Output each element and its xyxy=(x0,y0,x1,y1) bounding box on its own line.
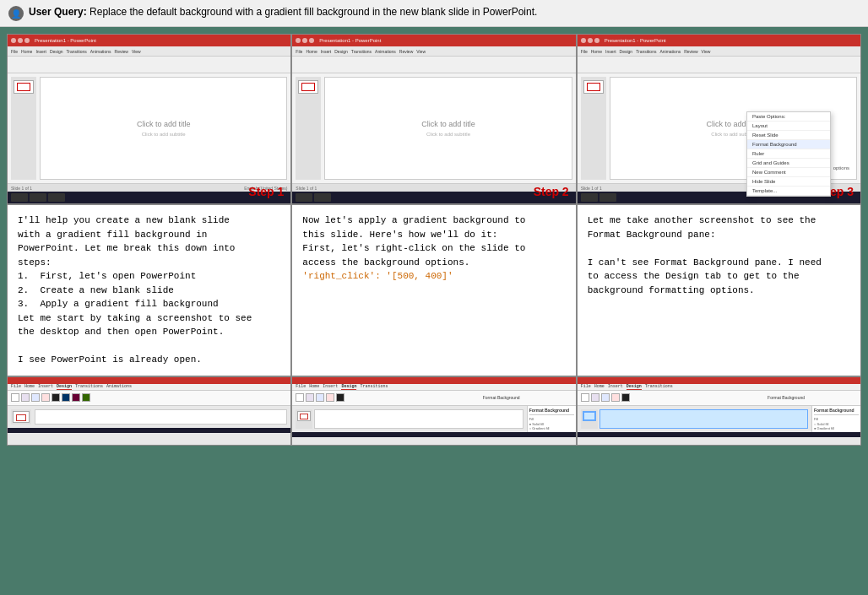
ppt-window-1: Presentation1 - PowerPoint File Home Ins… xyxy=(8,35,290,203)
ppt-body-3: Click to add title Click to add subtitle… xyxy=(578,73,860,183)
step2-label: Step 2 xyxy=(534,185,569,198)
ribbon-1 xyxy=(8,57,290,73)
step4-slidepanel xyxy=(11,409,31,425)
format-bg-pane-5: Format Background Fill ● Solid fill ○ Gr… xyxy=(527,406,576,432)
slide-thumb-inner-2 xyxy=(301,83,315,91)
format-bg-pane-6: Format Background Fill ○ Solid fill ● Gr… xyxy=(811,406,860,432)
slide-subtitle-1: Click to add subtitle xyxy=(142,132,186,137)
ctx-grid: Grid and Guides xyxy=(747,159,830,168)
main-slide-3: Click to add title Click to add subtitle… xyxy=(610,77,857,180)
step6-screenshot: File Home Insert Design Transitions Form… xyxy=(578,377,860,445)
format-bg-label-6: Format Background xyxy=(768,395,805,400)
step4-body xyxy=(8,406,290,428)
ribbon-bar-3: File Home Insert Design Transitions Anim… xyxy=(578,46,860,57)
step3-screenshot-cell: Presentation1 - PowerPoint File Home Ins… xyxy=(577,34,861,204)
step1-description: I'll help you create a new blank slide w… xyxy=(18,214,280,367)
step4-cell: File Home Insert Design Transitions Anim… xyxy=(7,376,291,446)
query-content: Replace the default background with a gr… xyxy=(90,6,537,18)
user-query-bar: 👤 User Query: Replace the default backgr… xyxy=(0,0,868,27)
max-dot-2 xyxy=(309,38,314,43)
ctx-layout: Layout xyxy=(747,122,830,131)
user-icon: 👤 xyxy=(8,6,24,21)
slide-title-1: Click to add title xyxy=(137,120,191,128)
step1-screenshot: Presentation1 - PowerPoint File Home Ins… xyxy=(8,35,290,203)
slide-subtitle-2: Click to add subtitle xyxy=(426,132,470,137)
ctx-template: Template... xyxy=(747,187,830,196)
ctx-format-bg: Format Background xyxy=(747,140,830,149)
max-dot-3 xyxy=(594,38,599,43)
ribbon-bar-1: File Home Insert Design Transitions Anim… xyxy=(8,46,290,57)
main-slide-2: Click to add title Click to add subtitle xyxy=(324,77,572,180)
slide-panel-2 xyxy=(296,77,321,180)
slide-thumb-inner-1 xyxy=(17,83,30,91)
step5-titlebar xyxy=(292,377,575,384)
step6-body: Format Background Fill ○ Solid fill ● Gr… xyxy=(578,406,860,432)
step5-cell: File Home Insert Design Transitions Form… xyxy=(291,376,576,446)
step6-ribbontabs: File Home Insert Design Transitions xyxy=(578,384,860,391)
step5-themes: Format Background xyxy=(292,391,575,406)
step3-screenshot: Presentation1 - PowerPoint File Home Ins… xyxy=(578,35,860,203)
slide-thumb-3 xyxy=(583,80,604,94)
slide-thumb-inner-3 xyxy=(587,83,600,91)
main-content: Presentation1 - PowerPoint File Home Ins… xyxy=(0,27,868,452)
step2-screenshot: Presentation1 - PowerPoint File Home Ins… xyxy=(292,35,575,203)
titlebar-text-1: Presentation1 - PowerPoint xyxy=(35,38,96,43)
step6-taskbar xyxy=(578,432,860,437)
slide-thumb-2 xyxy=(298,80,318,94)
step4-ribbontabs: File Home Insert Design Transitions Anim… xyxy=(8,384,290,391)
close-dot xyxy=(11,38,16,43)
options-label: options xyxy=(833,165,849,170)
context-menu: Paste Options: Layout Reset Slide Format… xyxy=(746,111,831,197)
step2-desc-cell: Now let's apply a gradient background to… xyxy=(291,204,576,376)
step5-ribbontabs: File Home Insert Design Transitions xyxy=(292,384,575,391)
step5-screenshot: File Home Insert Design Transitions Form… xyxy=(292,377,575,445)
min-dot-2 xyxy=(302,38,307,43)
min-dot xyxy=(18,38,23,43)
step4-themes xyxy=(8,391,290,406)
selected-slide-thumb xyxy=(583,411,596,421)
query-label: User Query: xyxy=(29,6,87,18)
step3-description: Let me take another screenshot to see th… xyxy=(588,214,850,297)
ctx-paste-options: Paste Options: xyxy=(747,112,830,122)
step6-cell: File Home Insert Design Transitions Form… xyxy=(577,376,861,446)
step6-titlebar xyxy=(578,377,860,384)
titlebar-text-2: Presentation1 - PowerPoint xyxy=(319,38,381,43)
titlebar-text-3: Presentation1 - PowerPoint xyxy=(605,38,666,43)
slide-panel-1 xyxy=(11,77,36,180)
step4-mainslide xyxy=(35,409,287,425)
ppt-body-2: Click to add title Click to add subtitle xyxy=(292,73,575,183)
ppt-body-1: Click to add title Click to add subtitle xyxy=(8,73,290,183)
ribbon-2 xyxy=(292,57,575,73)
main-slide-1: Click to add title Click to add subtitle xyxy=(40,77,287,180)
step2-screenshot-cell: Presentation1 - PowerPoint File Home Ins… xyxy=(291,34,576,204)
ctx-hide: Hide Slide xyxy=(747,177,830,187)
user-query-text: User Query: Replace the default backgrou… xyxy=(29,5,537,19)
ribbon-3 xyxy=(578,57,860,73)
ppt-window-2: Presentation1 - PowerPoint File Home Ins… xyxy=(292,35,575,203)
step4-titlebar xyxy=(8,377,290,384)
step3-desc-cell: Let me take another screenshot to see th… xyxy=(577,204,861,376)
close-dot-2 xyxy=(296,38,301,43)
min-dot-3 xyxy=(588,38,593,43)
slide-thumb-1 xyxy=(14,80,34,94)
ctx-ruler: Ruler xyxy=(747,149,830,159)
ctx-reset-slide: Reset Slide xyxy=(747,131,830,140)
step4-taskbar xyxy=(8,428,290,433)
titlebar-2: Presentation1 - PowerPoint xyxy=(292,35,575,46)
slide-panel-3 xyxy=(581,77,606,180)
step1-label: Step 1 xyxy=(248,185,284,198)
ppt-window-3: Presentation1 - PowerPoint File Home Ins… xyxy=(578,35,860,203)
step4-screenshot: File Home Insert Design Transitions Anim… xyxy=(8,377,290,445)
format-bg-label-5: Format Background xyxy=(483,395,520,400)
max-dot xyxy=(24,38,30,43)
step2-description: Now let's apply a gradient background to… xyxy=(302,214,565,284)
close-dot-3 xyxy=(581,38,586,43)
step1-screenshot-cell: Presentation1 - PowerPoint File Home Ins… xyxy=(7,34,291,204)
selected-main-slide xyxy=(599,409,808,429)
titlebar-3: Presentation1 - PowerPoint xyxy=(578,35,860,46)
step5-body: Format Background Fill ● Solid fill ○ Gr… xyxy=(292,406,575,432)
step5-taskbar xyxy=(292,432,575,437)
slide-title-2: Click to add title xyxy=(421,120,475,128)
step2-code: 'right_click': '[500, 400]' xyxy=(302,271,453,281)
titlebar-1: Presentation1 - PowerPoint xyxy=(8,35,290,46)
